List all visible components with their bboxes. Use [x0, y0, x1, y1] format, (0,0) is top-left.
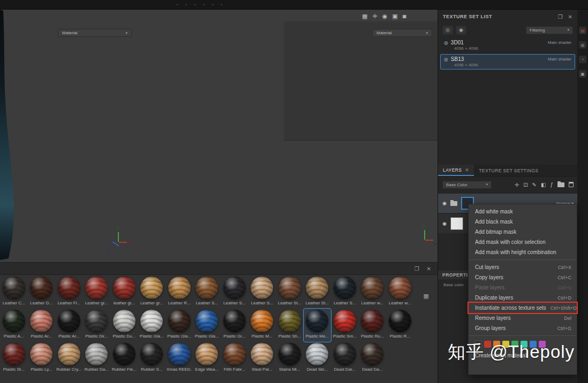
display-dock-icon[interactable]: ◍: [579, 41, 586, 49]
viewport-shading-dropdown[interactable]: Material ▾: [58, 29, 132, 37]
render-icon[interactable]: ◙: [403, 13, 406, 20]
toolbar-icon[interactable]: ▪: [203, 3, 204, 6]
material-item[interactable]: Plastic Gla...: [138, 309, 166, 342]
stamp-icon[interactable]: ⊡: [523, 182, 527, 188]
menu-item[interactable]: Cut layersCtrl+X: [469, 262, 577, 272]
material-item[interactable]: Rubber Fle...: [110, 342, 138, 375]
texture-set-shader-link[interactable]: Main shader: [548, 57, 571, 62]
material-item[interactable]: Rubber Da...: [83, 342, 111, 375]
material-item[interactable]: Leather w...: [359, 275, 387, 309]
material-item[interactable]: Plastic Me...: [304, 309, 331, 342]
material-item[interactable]: Plastic Ar...: [55, 309, 83, 342]
menu-item[interactable]: Add bitmap mask: [469, 227, 577, 237]
material-item[interactable]: Plastic M...: [248, 309, 276, 342]
menu-item[interactable]: Add mask with color selection: [469, 237, 577, 247]
trash-icon[interactable]: [569, 182, 574, 187]
color-swatch[interactable]: [493, 341, 500, 348]
material-item[interactable]: Leather w...: [386, 275, 414, 309]
toolbar-icon[interactable]: ▪: [185, 3, 186, 6]
material-item[interactable]: Plastic Gla...: [165, 309, 193, 342]
texture-set-item[interactable]: ◍3D01Main shader4096 × 4096: [440, 37, 575, 53]
menu-item[interactable]: Instantiate across texture setsCtrl+Shif…: [469, 303, 577, 313]
material-item[interactable]: Edge Wea...: [193, 342, 221, 375]
solo-icon[interactable]: ◎: [442, 26, 453, 35]
eye-icon[interactable]: ◉: [442, 201, 447, 206]
close-icon[interactable]: ✕: [427, 266, 431, 272]
material-item[interactable]: Leather D...: [28, 275, 56, 309]
material-item[interactable]: Plastic Sm...: [331, 309, 359, 342]
menu-item[interactable]: Create smart material: [469, 350, 577, 361]
color-swatch[interactable]: ✕: [475, 341, 482, 348]
menu-item[interactable]: Remove layersDel: [469, 313, 577, 323]
material-item[interactable]: Plastic Dir...: [83, 309, 111, 342]
toolbar-icon[interactable]: ▪: [194, 3, 195, 6]
material-item[interactable]: Plastic Du...: [110, 309, 138, 342]
texture-set-shader-link[interactable]: Main shader: [548, 40, 571, 45]
material-item[interactable]: Xmas REED...: [165, 342, 193, 375]
material-item[interactable]: Dead Ski...: [304, 342, 331, 375]
material-item[interactable]: Leather S...: [248, 275, 276, 309]
color-swatch[interactable]: [484, 341, 491, 348]
material-item[interactable]: Leather Fi...: [55, 275, 83, 309]
channel-dropdown[interactable]: Base Color ▾: [442, 181, 492, 189]
material-item[interactable]: Leather gr...: [83, 275, 111, 309]
menu-item[interactable]: Duplicate layersCtrl+D: [469, 293, 577, 303]
color-swatch[interactable]: [530, 341, 537, 348]
material-item[interactable]: Plastic Ar...: [28, 309, 56, 342]
menu-item[interactable]: Copy layersCtrl+C: [469, 272, 577, 282]
material-item[interactable]: Leather gr...: [138, 275, 166, 309]
assets-dock-icon[interactable]: ▤: [579, 27, 586, 34]
menu-item[interactable]: Add mask with height combination: [469, 247, 577, 257]
eye-icon[interactable]: ◉: [442, 221, 447, 226]
pencil-icon[interactable]: ✎: [532, 182, 537, 188]
picker-icon[interactable]: ✛: [515, 182, 519, 188]
material-item[interactable]: Dead Dar...: [331, 342, 359, 375]
display-settings-icon[interactable]: ◉: [382, 13, 388, 20]
viewport-2d-shading-dropdown[interactable]: Material ▾: [372, 29, 432, 37]
texture-set-filter-dropdown[interactable]: Filtering ▾: [526, 26, 573, 34]
material-item[interactable]: Leather C...: [0, 275, 28, 309]
material-item[interactable]: Plastic A...: [0, 309, 28, 342]
pointer-icon[interactable]: ✛: [372, 13, 377, 20]
undock-icon[interactable]: ❐: [414, 266, 419, 272]
tab-layers[interactable]: LAYERS ✕: [438, 165, 474, 176]
effects-icon[interactable]: ƒ: [550, 182, 553, 188]
fill-layer-icon[interactable]: ◧: [541, 182, 546, 188]
material-item[interactable]: Steel Pai...: [248, 342, 276, 375]
material-item[interactable]: leather gr...: [110, 275, 138, 309]
material-item[interactable]: Leather St...: [304, 275, 331, 309]
material-item[interactable]: Rubber Cry...: [55, 342, 83, 375]
menu-item[interactable]: Add white mask: [469, 206, 577, 217]
material-item[interactable]: Rubber S...: [138, 342, 166, 375]
history-dock-icon[interactable]: ◔: [579, 56, 586, 63]
material-item[interactable]: Plastic Ru...: [359, 309, 387, 342]
folder-icon[interactable]: [557, 182, 564, 187]
viewport-2d[interactable]: [284, 21, 438, 141]
undock-icon[interactable]: ❐: [558, 14, 563, 20]
settings-dock-icon[interactable]: ▣: [579, 70, 586, 78]
material-item[interactable]: Leather S...: [193, 275, 221, 309]
material-item[interactable]: Plastic R...: [386, 309, 414, 342]
color-swatch[interactable]: [539, 341, 546, 348]
grid-icon[interactable]: ▦: [362, 13, 367, 20]
material-item[interactable]: Leather R...: [165, 275, 193, 309]
material-item[interactable]: Plastic Sh...: [276, 309, 304, 342]
material-item[interactable]: Dead Da...: [359, 342, 387, 375]
color-swatch[interactable]: [511, 341, 518, 348]
eye-icon[interactable]: ◉: [456, 26, 466, 35]
close-icon[interactable]: ✕: [465, 167, 469, 173]
grid-view-toggle-icon[interactable]: ▦: [424, 293, 429, 300]
viewport-3d[interactable]: ▦✛◉▣◙ Material ▾ Material ▾ Y X Z Y 0: [0, 10, 438, 262]
material-item[interactable]: Plastic St...: [0, 342, 28, 375]
material-item[interactable]: Leather S...: [331, 275, 359, 309]
material-item[interactable]: Stains Mi...: [276, 342, 304, 375]
menu-item[interactable]: Group layersCtrl+G: [469, 323, 577, 333]
material-item[interactable]: Plastic Ly...: [28, 342, 56, 375]
toolbar-icon[interactable]: ▪: [221, 3, 222, 6]
material-item[interactable]: Plastic Gla...: [193, 309, 221, 342]
material-item[interactable]: Leather St...: [276, 275, 304, 309]
color-swatch[interactable]: [502, 341, 509, 348]
material-item[interactable]: Filth Fabr...: [221, 342, 248, 375]
close-icon[interactable]: ✕: [568, 14, 572, 20]
texture-set-item[interactable]: ◍SB13Main shader4096 × 4096: [440, 54, 575, 70]
